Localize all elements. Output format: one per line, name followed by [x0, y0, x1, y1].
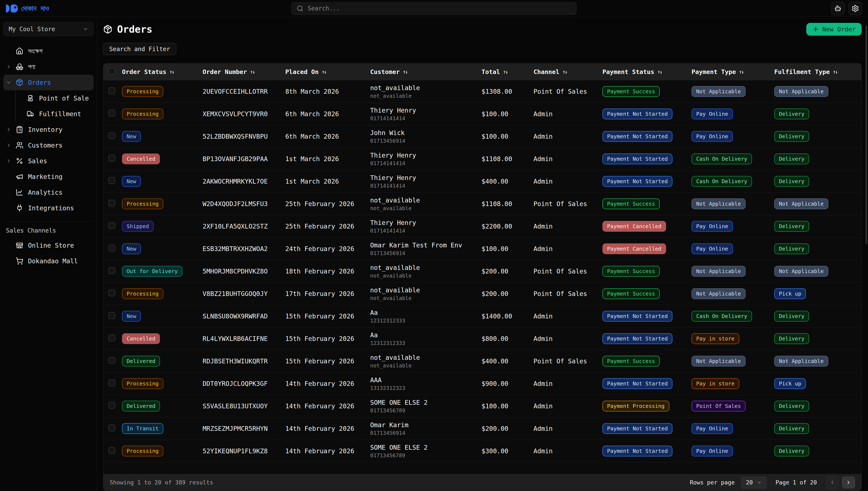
column-header-payment-type[interactable]: Payment Type↑↓ — [690, 68, 773, 76]
new-order-button[interactable]: New Order — [806, 23, 862, 36]
table-row[interactable]: New 2AKWOCRHMRKYKL7OE 1st March 2026 Thi… — [103, 170, 862, 193]
sidebar-item-fulfillment[interactable]: Fulfillment — [27, 106, 93, 122]
chevron-right-icon — [6, 64, 16, 69]
table-row[interactable]: In Transit MRZSEZMJPMCR5RHYN 14th Februa… — [103, 417, 862, 440]
row-checkbox[interactable] — [108, 312, 115, 319]
customer-phone: 01713456914 — [370, 138, 478, 144]
column-header-order-status[interactable]: Order Status↑↓ — [120, 68, 201, 76]
payment-status-badge: Payment Success — [603, 266, 660, 277]
row-checkbox[interactable] — [108, 402, 115, 409]
customer-phone: 01714141414 — [370, 183, 478, 189]
sidebar-item-label: Inventory — [28, 126, 62, 133]
sidebar-item-sales[interactable]: Sales — [3, 153, 93, 169]
payment-status-badge: Payment Cancelled — [603, 221, 666, 232]
payment-status-badge: Payment Success — [603, 356, 660, 367]
row-checkbox[interactable] — [108, 447, 115, 454]
sidebar-item-online-store[interactable]: Online Store — [3, 237, 93, 253]
sidebar-item-overview[interactable]: সংক্ষেপ — [3, 43, 93, 59]
fulfilment-type-badge: Delivery — [774, 221, 809, 232]
sidebar-item-integrations[interactable]: Integrations — [3, 200, 93, 216]
sidebar-item-marketing[interactable]: Marketing — [3, 169, 93, 184]
row-checkbox[interactable] — [108, 132, 115, 139]
row-checkbox[interactable] — [108, 110, 115, 117]
table-row[interactable]: Delivered S5VASLE8U13UTXUOY 14th Februar… — [103, 395, 862, 417]
table-row[interactable]: Processing 52YIKEQNUP1FL9KZ8 14th Februa… — [103, 440, 862, 462]
table-row[interactable]: New ESB32MBTRXXHZWOA2 24th February 2026… — [103, 238, 862, 260]
column-header-placed-on[interactable]: Placed On↑↓ — [284, 68, 368, 76]
order-channel: Admin — [532, 245, 601, 253]
table-row[interactable]: New SLNBSU8OWX9RWRFAD 15th February 2026… — [103, 305, 862, 327]
payment-type-badge: Pay Online — [692, 423, 733, 434]
row-checkbox[interactable] — [108, 267, 115, 274]
table-row[interactable]: Processing V8BZ21BUHTGGOQ0JY 17th Februa… — [103, 283, 862, 305]
global-search[interactable] — [291, 2, 577, 15]
row-checkbox[interactable] — [108, 177, 115, 184]
table-row[interactable]: Shipped 2XF10LFA5QXLO2STZ 25th February … — [103, 215, 862, 238]
previous-page-button[interactable] — [826, 476, 839, 488]
chevron-left-icon — [830, 480, 835, 486]
sidebar-item-analytics[interactable]: Analytics — [3, 184, 93, 200]
column-header-total[interactable]: Total↑↓ — [480, 68, 532, 76]
search-input[interactable] — [308, 5, 571, 12]
row-checkbox[interactable] — [108, 155, 115, 162]
assistant-button[interactable] — [831, 2, 845, 15]
next-page-button[interactable] — [842, 476, 855, 488]
table-row[interactable]: New 52LZBDBWXQSFNVBPU 6th March 2026 Joh… — [103, 125, 862, 148]
order-channel: Point Of Sales — [532, 267, 601, 275]
rows-per-page-select[interactable]: 20 — [741, 476, 766, 488]
app-logo[interactable]: দোকান দাও — [6, 4, 49, 13]
package-icon — [16, 79, 24, 86]
row-checkbox[interactable] — [108, 222, 115, 229]
order-number: BP13OVANFJGB29PAA — [201, 155, 284, 163]
package-icon — [103, 25, 112, 34]
column-header-customer[interactable]: Customer↑↓ — [368, 68, 480, 76]
order-total: $1108.00 — [480, 155, 532, 163]
customer-name: John Wick — [370, 129, 478, 137]
row-checkbox[interactable] — [108, 200, 115, 206]
customer-name: not_available — [370, 286, 478, 294]
order-total: $400.00 — [480, 357, 532, 365]
scrollbar[interactable] — [865, 26, 867, 244]
payment-type-badge: Pay Online — [692, 243, 733, 254]
column-header-channel[interactable]: Channel↑↓ — [532, 68, 601, 76]
sidebar-item-dokandao-mall[interactable]: Dokandao Mall — [3, 253, 93, 269]
sidebar-item-products[interactable]: পণ্য — [3, 59, 93, 75]
sidebar-item-orders[interactable]: Orders — [3, 75, 93, 90]
table-row[interactable]: Cancelled BP13OVANFJGB29PAA 1st March 20… — [103, 148, 862, 170]
payment-status-badge: Payment Not Started — [603, 131, 672, 142]
sidebar-item-label: সংক্ষেপ — [28, 47, 43, 55]
table-row[interactable]: Processing 2UEVOFCCEIHLLOTRR 8th March 2… — [103, 80, 862, 103]
select-all-checkbox[interactable] — [108, 68, 115, 75]
table-row[interactable]: Cancelled RL4LYWXLRB6ACIFNE 15th Februar… — [103, 327, 862, 350]
sort-icon: ↑↓ — [321, 69, 326, 75]
order-channel: Point Of Sales — [532, 357, 601, 365]
column-header-order-number[interactable]: Order Number↑↓ — [201, 68, 284, 76]
store-name: My Cool Store — [9, 26, 55, 33]
payment-type-badge: Pay Online — [692, 109, 733, 119]
table-row[interactable]: Processing XEMXCVSVLPCYT9VR0 6th March 2… — [103, 103, 862, 125]
placed-on-date: 14th February 2026 — [284, 380, 368, 387]
row-checkbox[interactable] — [108, 290, 115, 296]
table-row[interactable]: Delivered RDJBSETH3WIUKQRTR 15th Februar… — [103, 350, 862, 373]
table-row[interactable]: Processing W2D4XQODJF2LMSFU3 25th Februa… — [103, 193, 862, 215]
rows-per-page-label: Rows per page — [690, 479, 734, 486]
row-checkbox[interactable] — [108, 357, 115, 364]
row-checkbox[interactable] — [108, 425, 115, 431]
table-row[interactable]: Processing DDT0YROJCLOQPK3GF 14th Februa… — [103, 373, 862, 395]
order-number: 2XF10LFA5QXLO2STZ — [201, 223, 284, 230]
row-checkbox[interactable] — [108, 244, 115, 252]
store-selector[interactable]: My Cool Store — [3, 22, 93, 36]
sidebar-item-point-of-sale[interactable]: Point of Sale — [27, 90, 93, 106]
table-row[interactable]: Out for Delivery 5MHORJM8CPDHVKZ8O 18th … — [103, 260, 862, 283]
column-header-payment-status[interactable]: Payment Status↑↓ — [601, 68, 690, 76]
column-header-fulfilment-type[interactable]: Fulfilment Type↑↓ — [773, 68, 862, 76]
row-checkbox[interactable] — [108, 335, 115, 341]
fulfilment-type-badge: Pick up — [774, 378, 806, 389]
sidebar-item-inventory[interactable]: Inventory — [3, 122, 93, 137]
sort-icon: ↑↓ — [833, 69, 837, 75]
sidebar-item-customers[interactable]: Customers — [3, 137, 93, 153]
row-checkbox[interactable] — [108, 87, 115, 94]
row-checkbox[interactable] — [108, 379, 115, 386]
search-and-filter-button[interactable]: Search and Filter — [103, 43, 176, 55]
settings-button[interactable] — [848, 2, 862, 15]
